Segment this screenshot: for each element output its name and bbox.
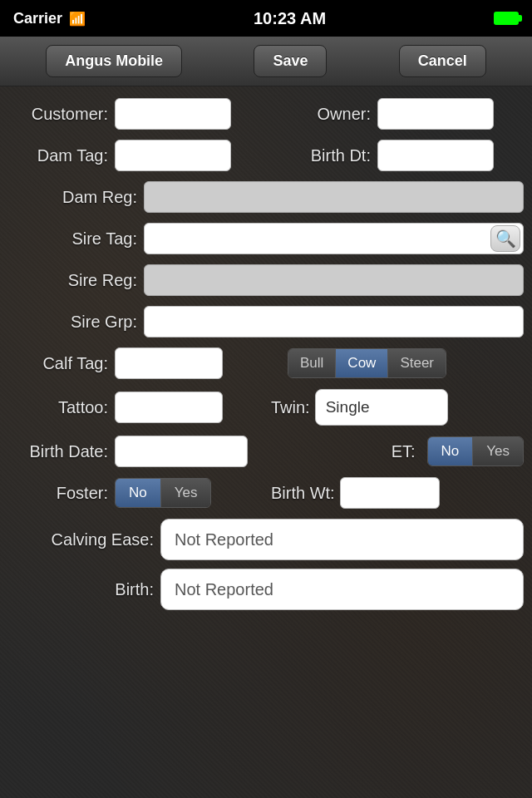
birth-wt-label: Birth Wt: <box>271 484 335 503</box>
customer-owner-row: Customer: Owner: <box>8 98 524 130</box>
owner-input[interactable] <box>377 98 494 130</box>
birth-value[interactable]: Not Reported <box>160 569 524 610</box>
battery-icon <box>494 12 519 25</box>
app-name-button[interactable]: Angus Mobile <box>46 45 182 77</box>
dam-tag-birth-cols: Dam Tag: Birth Dt: <box>8 140 524 171</box>
dam-tag-input[interactable] <box>115 140 231 171</box>
calving-ease-row: Calving Ease: Not Reported <box>8 519 524 560</box>
twin-select[interactable]: Single <box>315 389 448 426</box>
save-button[interactable]: Save <box>254 45 327 77</box>
birth-dt-label: Birth Dt: <box>271 146 371 165</box>
birth-row: Birth: Not Reported <box>8 569 524 610</box>
status-right <box>494 12 519 25</box>
owner-label: Owner: <box>271 105 371 124</box>
calving-ease-label: Calving Ease: <box>8 530 154 549</box>
foster-no-button[interactable]: No <box>116 479 161 507</box>
foster-col: Foster: No Yes <box>8 478 261 508</box>
status-bar: Carrier 📶 10:23 AM <box>0 0 532 37</box>
form-content: Customer: Owner: Dam Tag: Birth Dt: Dam … <box>0 86 532 798</box>
sire-tag-wrap: 🔍 <box>144 223 524 254</box>
cow-segment-button[interactable]: Cow <box>336 349 388 377</box>
birth-dt-input[interactable] <box>377 140 494 171</box>
dam-reg-label: Dam Reg: <box>8 188 137 207</box>
birth-wt-col: Birth Wt: <box>271 477 524 509</box>
et-label: ET: <box>392 442 416 461</box>
sire-tag-row: Sire Tag: 🔍 <box>8 223 524 254</box>
sire-grp-row: Sire Grp: <box>8 306 524 337</box>
sire-grp-label: Sire Grp: <box>8 313 137 332</box>
sire-tag-search-button[interactable]: 🔍 <box>490 225 520 252</box>
time-display: 10:23 AM <box>254 9 326 28</box>
calf-tag-sex-cols: Calf Tag: Bull Cow Steer <box>8 347 524 379</box>
calving-ease-value[interactable]: Not Reported <box>160 519 524 560</box>
sex-segment-control: Bull Cow Steer <box>288 348 446 378</box>
foster-birth-wt-cols: Foster: No Yes Birth Wt: <box>8 477 524 509</box>
calf-tag-sex-row: Calf Tag: Bull Cow Steer <box>8 347 524 379</box>
et-col: ET: No Yes <box>271 436 524 466</box>
birth-date-et-cols: Birth Date: ET: No Yes <box>8 436 524 467</box>
nav-bar: Angus Mobile Save Cancel <box>0 37 532 86</box>
dam-reg-row: Dam Reg: <box>8 181 524 213</box>
sire-reg-input[interactable] <box>144 264 524 296</box>
sire-reg-label: Sire Reg: <box>8 271 137 290</box>
calf-tag-input[interactable] <box>115 347 223 379</box>
birth-date-label: Birth Date: <box>8 442 108 461</box>
sire-tag-label: Sire Tag: <box>8 229 137 249</box>
sire-reg-row: Sire Reg: <box>8 264 524 296</box>
et-no-button[interactable]: No <box>428 437 474 466</box>
sire-tag-input[interactable] <box>144 223 524 254</box>
cancel-button[interactable]: Cancel <box>399 45 486 77</box>
foster-label: Foster: <box>8 484 108 503</box>
birth-label: Birth: <box>8 580 154 599</box>
sex-segment-col: Bull Cow Steer <box>271 348 524 378</box>
dam-tag-label: Dam Tag: <box>8 146 108 165</box>
dam-reg-input[interactable] <box>144 181 524 213</box>
owner-col: Owner: <box>271 98 524 130</box>
birth-date-col: Birth Date: <box>8 436 261 467</box>
dam-tag-col: Dam Tag: <box>8 140 261 171</box>
foster-toggle-group: No Yes <box>115 478 211 508</box>
twin-col: Twin: Single <box>271 389 524 426</box>
tattoo-col: Tattoo: <box>8 392 261 423</box>
birth-wt-input[interactable] <box>340 477 440 509</box>
dam-tag-birth-row: Dam Tag: Birth Dt: <box>8 140 524 171</box>
tattoo-input[interactable] <box>115 392 223 423</box>
status-left: Carrier 📶 <box>13 10 86 27</box>
birth-dt-col: Birth Dt: <box>271 140 524 171</box>
customer-input[interactable] <box>115 98 231 130</box>
tattoo-label: Tattoo: <box>8 398 108 417</box>
calf-tag-col: Calf Tag: <box>8 347 261 379</box>
steer-segment-button[interactable]: Steer <box>388 349 446 377</box>
wifi-icon: 📶 <box>69 11 86 27</box>
birth-date-input[interactable] <box>115 436 248 467</box>
customer-owner-cols: Customer: Owner: <box>8 98 524 130</box>
tattoo-twin-row: Tattoo: Twin: Single <box>8 389 524 426</box>
calf-tag-label: Calf Tag: <box>8 354 108 373</box>
et-yes-button[interactable]: Yes <box>473 437 523 466</box>
customer-label: Customer: <box>8 105 108 124</box>
et-toggle-group: No Yes <box>427 436 524 466</box>
foster-yes-button[interactable]: Yes <box>161 479 211 507</box>
sire-grp-input[interactable] <box>144 306 524 337</box>
foster-birth-wt-row: Foster: No Yes Birth Wt: <box>8 477 524 509</box>
carrier-label: Carrier <box>13 10 62 27</box>
birth-date-et-row: Birth Date: ET: No Yes <box>8 436 524 467</box>
twin-label: Twin: <box>271 398 310 417</box>
twin-value: Single <box>326 398 370 416</box>
bull-segment-button[interactable]: Bull <box>288 349 336 377</box>
customer-col: Customer: <box>8 98 261 130</box>
tattoo-twin-cols: Tattoo: Twin: Single <box>8 389 524 426</box>
